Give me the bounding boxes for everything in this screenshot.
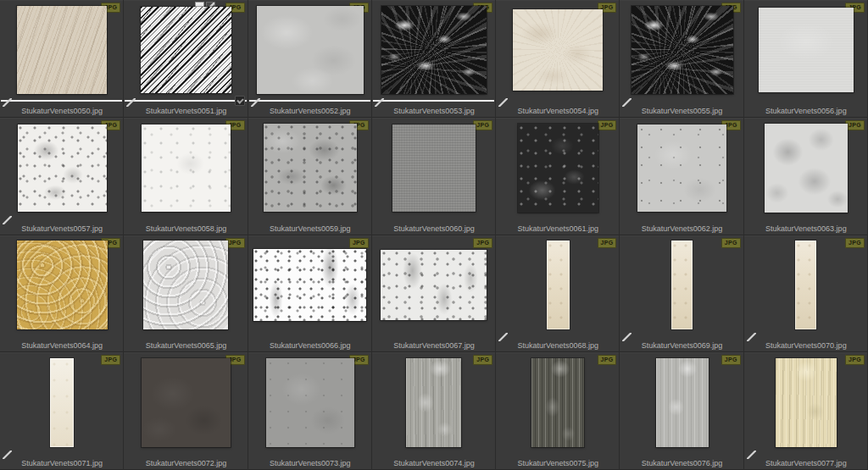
filename-label: StukaturVenets0060.jpg	[372, 224, 496, 233]
texture-thumbnail[interactable]	[513, 9, 603, 91]
texture-thumbnail[interactable]	[671, 241, 693, 329]
edit-pencil-icon[interactable]	[622, 333, 632, 341]
filename-label: StukaturVenets0055.jpg	[620, 107, 743, 115]
texture-thumbnail[interactable]	[776, 358, 837, 447]
texture-thumbnail[interactable]	[518, 124, 598, 213]
thumbnail-area	[744, 118, 868, 218]
thumbnail-area	[372, 0, 496, 101]
file-cell-2[interactable]: JPG StukaturVenets0051.jpg	[124, 0, 248, 118]
edit-pencil-icon[interactable]	[747, 451, 756, 459]
texture-thumbnail[interactable]	[406, 358, 461, 447]
texture-thumbnail[interactable]	[795, 241, 816, 329]
filename-label: StukaturVenets0075.jpg	[496, 459, 620, 467]
edit-pencil-icon[interactable]	[251, 98, 260, 107]
selection-underline	[1, 100, 122, 102]
thumbnail-area	[248, 0, 372, 101]
file-cell-24[interactable]: JPG StukaturVenets0073.jpg	[248, 352, 372, 470]
file-cell-3[interactable]: JPG StukaturVenets0052.jpg	[248, 0, 372, 118]
file-cell-8[interactable]: JPG StukaturVenets0057.jpg	[0, 118, 124, 235]
texture-thumbnail[interactable]	[253, 249, 366, 321]
file-cell-25[interactable]: JPG StukaturVenets0074.jpg	[372, 352, 496, 470]
thumbnail-area	[124, 235, 248, 336]
texture-thumbnail[interactable]	[531, 358, 584, 447]
texture-thumbnail[interactable]	[17, 241, 108, 329]
texture-thumbnail[interactable]	[264, 124, 357, 212]
edit-pencil-icon[interactable]	[126, 98, 136, 107]
texture-thumbnail[interactable]	[637, 124, 726, 212]
file-cell-16[interactable]: JPG StukaturVenets0065.jpg	[124, 235, 248, 353]
texture-thumbnail[interactable]	[17, 6, 107, 94]
file-cell-19[interactable]: JPG StukaturVenets0068.jpg	[496, 235, 620, 353]
edit-pencil-icon[interactable]	[622, 98, 632, 107]
texture-thumbnail[interactable]	[266, 358, 354, 447]
thumbnail-area	[372, 118, 496, 218]
file-cell-22[interactable]: JPG StukaturVenets0071.jpg	[0, 352, 124, 470]
file-cell-23[interactable]: JPG StukaturVenets0072.jpg	[124, 352, 248, 470]
thumbnail-area	[0, 352, 124, 453]
file-cell-12[interactable]: JPG StukaturVenets0061.jpg	[496, 118, 620, 235]
thumbnail-area	[248, 352, 372, 453]
file-cell-9[interactable]: JPG StukaturVenets0058.jpg	[124, 118, 248, 235]
texture-thumbnail[interactable]	[50, 358, 74, 447]
texture-thumbnail[interactable]	[765, 124, 848, 213]
file-cell-13[interactable]: JPG StukaturVenets0062.jpg	[620, 118, 743, 235]
file-cell-10[interactable]: JPG StukaturVenets0059.jpg	[248, 118, 372, 235]
filename-label: StukaturVenets0076.jpg	[620, 459, 743, 467]
filename-label: StukaturVenets0050.jpg	[0, 107, 124, 115]
file-cell-6[interactable]: JPG StukaturVenets0055.jpg	[620, 0, 743, 118]
file-cell-28[interactable]: JPG StukaturVenets0077.jpg	[744, 352, 868, 470]
file-cell-1[interactable]: JPG StukaturVenets0050.jpg	[0, 0, 124, 118]
texture-thumbnail[interactable]	[142, 124, 231, 212]
file-cell-4[interactable]: JPG StukaturVenets0053.jpg	[372, 0, 496, 118]
file-cell-26[interactable]: JPG StukaturVenets0075.jpg	[496, 352, 620, 470]
file-cell-20[interactable]: JPG StukaturVenets0069.jpg	[620, 235, 743, 353]
filename-label: StukaturVenets0061.jpg	[496, 224, 620, 233]
edit-pencil-icon[interactable]	[3, 216, 12, 224]
thumbnail-area	[372, 352, 496, 453]
edit-pencil-icon[interactable]	[498, 98, 508, 107]
texture-thumbnail[interactable]	[547, 241, 570, 329]
thumbnail-area	[124, 0, 248, 101]
thumbnail-area	[248, 118, 372, 218]
texture-thumbnail[interactable]	[257, 6, 364, 94]
edit-pencil-icon[interactable]	[498, 333, 508, 341]
edit-pencil-icon[interactable]	[747, 333, 756, 341]
edit-pencil-icon[interactable]	[3, 98, 12, 107]
texture-thumbnail[interactable]	[142, 358, 231, 447]
texture-thumbnail[interactable]	[392, 124, 476, 212]
file-cell-11[interactable]: JPG StukaturVenets0060.jpg	[372, 118, 496, 235]
edit-pencil-icon[interactable]	[3, 451, 12, 459]
selection-underline	[373, 100, 494, 102]
texture-thumbnail[interactable]	[381, 250, 487, 320]
texture-thumbnail[interactable]	[632, 6, 733, 94]
file-cell-27[interactable]: JPG StukaturVenets0076.jpg	[620, 352, 743, 470]
filename-label: StukaturVenets0054.jpg	[496, 107, 620, 115]
thumbnail-area	[0, 0, 124, 101]
file-cell-17[interactable]: JPG StukaturVenets0066.jpg	[248, 235, 372, 353]
file-cell-5[interactable]: JPG StukaturVenets0054.jpg	[496, 0, 620, 118]
thumbnail-area	[0, 235, 124, 336]
thumbnail-area	[248, 235, 372, 336]
file-cell-14[interactable]: JPG StukaturVenets0063.jpg	[744, 118, 868, 235]
texture-thumbnail[interactable]	[18, 124, 107, 212]
edit-pencil-icon[interactable]	[375, 98, 384, 107]
filename-label: StukaturVenets0063.jpg	[744, 224, 868, 233]
thumbnail-area	[372, 235, 496, 336]
texture-thumbnail[interactable]	[143, 241, 228, 329]
file-cell-7[interactable]: JPG StukaturVenets0056.jpg	[744, 0, 868, 118]
file-cell-21[interactable]: JPG StukaturVenets0070.jpg	[744, 235, 868, 353]
texture-thumbnail[interactable]	[141, 7, 231, 93]
file-cell-18[interactable]: JPG StukaturVenets0067.jpg	[372, 235, 496, 353]
texture-thumbnail[interactable]	[656, 358, 709, 447]
texture-thumbnail[interactable]	[381, 6, 487, 94]
filename-label: StukaturVenets0067.jpg	[372, 341, 496, 350]
thumbnail-area	[620, 352, 743, 453]
texture-thumbnail[interactable]	[759, 8, 854, 92]
filename-label: StukaturVenets0066.jpg	[248, 341, 372, 350]
thumbnail-area	[496, 352, 620, 453]
filename-label: StukaturVenets0077.jpg	[744, 459, 868, 467]
selected-checkbox[interactable]	[235, 96, 245, 106]
file-cell-15[interactable]: JPG StukaturVenets0064.jpg	[0, 235, 124, 353]
thumbnail-area	[620, 118, 743, 218]
selection-underline	[125, 100, 246, 102]
